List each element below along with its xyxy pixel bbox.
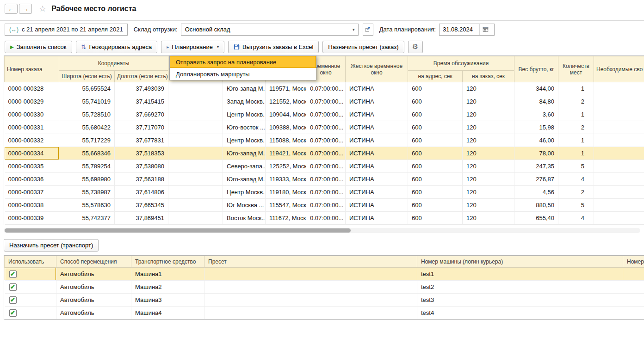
order-row[interactable]: 0000-000338 55,578630 37,665345 Юг Москв… bbox=[5, 199, 644, 212]
cell-places[interactable]: 1 bbox=[558, 108, 594, 121]
cell-use[interactable]: ✔ bbox=[5, 268, 56, 281]
cell-order-no[interactable]: 0000-000330 bbox=[5, 108, 59, 121]
cell-required-props[interactable] bbox=[594, 134, 644, 147]
period-field[interactable]: (↔) с 21 апреля 2021 по 21 апреля 2021 bbox=[5, 24, 128, 36]
cell-hard-window[interactable]: ИСТИНА bbox=[346, 147, 408, 160]
cell-required-props[interactable] bbox=[594, 147, 644, 160]
cell-required-props[interactable] bbox=[594, 199, 644, 212]
cell-car-number-login[interactable]: test3 bbox=[417, 294, 623, 307]
use-checkbox[interactable]: ✔ bbox=[9, 296, 17, 304]
cell-hard-window[interactable]: ИСТИНА bbox=[346, 95, 408, 108]
cell-places[interactable]: 2 bbox=[558, 186, 594, 199]
cell-required-props[interactable] bbox=[594, 95, 644, 108]
cell-order-no[interactable]: 0000-000334 bbox=[5, 147, 59, 160]
cell-places[interactable]: 5 bbox=[558, 199, 594, 212]
cell-move-method[interactable]: Автомобиль bbox=[56, 268, 131, 281]
col-move-method[interactable]: Способ перемещения bbox=[56, 256, 131, 268]
cell-latitude[interactable]: 55,655524 bbox=[59, 82, 115, 95]
export-excel-button[interactable]: Выгрузить заказы в Excel bbox=[228, 41, 319, 53]
cell-car-number-login[interactable]: test4 bbox=[417, 307, 623, 319]
cell-hidden[interactable] bbox=[168, 199, 223, 212]
cell-car-number-login[interactable]: test2 bbox=[417, 281, 623, 294]
cell-move-method[interactable]: Автомобиль bbox=[56, 307, 131, 319]
cell-address[interactable]: 119421, Москв... bbox=[266, 147, 306, 160]
cell-order-no[interactable]: 0000-000329 bbox=[5, 95, 59, 108]
cell-weight[interactable]: 880,50 bbox=[514, 199, 558, 212]
cell-weight[interactable]: 4,56 bbox=[514, 186, 558, 199]
cell-address[interactable]: 119180, Москв... bbox=[266, 186, 306, 199]
cell-per-order[interactable]: 120 bbox=[463, 95, 514, 108]
col-longitude[interactable]: Долгота (если есть) bbox=[115, 71, 168, 82]
warehouse-input[interactable] bbox=[181, 26, 349, 33]
cell-time-window[interactable]: 0.07:00:00... bbox=[306, 212, 346, 225]
cell-hidden[interactable] bbox=[168, 95, 223, 108]
cell-required-props[interactable] bbox=[594, 212, 644, 225]
cell-hidden[interactable] bbox=[168, 82, 223, 95]
cell-hidden[interactable] bbox=[168, 186, 223, 199]
cell-latitude[interactable]: 55,680422 bbox=[59, 121, 115, 134]
settings-button[interactable]: ⚙ bbox=[408, 41, 423, 53]
transport-row[interactable]: ✔ Автомобиль Машина4 test4 bbox=[5, 307, 644, 319]
cell-order-no[interactable]: 0000-000337 bbox=[5, 186, 59, 199]
cell-time-window[interactable]: 0.07:00:00... bbox=[306, 173, 346, 186]
cell-places[interactable]: 5 bbox=[558, 160, 594, 173]
col-service-time[interactable]: Время обслуживания bbox=[408, 56, 514, 71]
cell-longitude[interactable]: 37,677831 bbox=[115, 134, 168, 147]
horizontal-scrollbar[interactable] bbox=[4, 228, 640, 233]
cell-address[interactable]: 125252, Москв... bbox=[266, 160, 306, 173]
cell-time-window[interactable]: 0.07:00:00... bbox=[306, 147, 346, 160]
cell-per-order[interactable]: 120 bbox=[463, 147, 514, 160]
planning-date-field[interactable] bbox=[439, 24, 495, 36]
warehouse-combo[interactable]: ▾ bbox=[181, 24, 359, 36]
col-places[interactable]: Количеств мест bbox=[558, 56, 594, 82]
cell-hidden[interactable] bbox=[168, 121, 223, 134]
cell-per-order[interactable]: 120 bbox=[463, 134, 514, 147]
cell-required-props[interactable] bbox=[594, 173, 644, 186]
cell-order-no[interactable]: 0000-000336 bbox=[5, 173, 59, 186]
cell-latitude[interactable]: 55,578630 bbox=[59, 199, 115, 212]
col-number[interactable]: Номер bbox=[623, 256, 644, 268]
cell-order-no[interactable]: 0000-000328 bbox=[5, 82, 59, 95]
cell-per-address[interactable]: 600 bbox=[408, 147, 463, 160]
cell-preset[interactable] bbox=[204, 268, 417, 281]
cell-time-window[interactable]: 0.07:00:00... bbox=[306, 199, 346, 212]
order-row-selected[interactable]: 0000-000334 55,668346 37,518353 Юго-запа… bbox=[5, 147, 644, 160]
cell-hard-window[interactable]: ИСТИНА bbox=[346, 108, 408, 121]
cell-number[interactable] bbox=[623, 268, 644, 281]
cell-per-order[interactable]: 120 bbox=[463, 160, 514, 173]
cell-move-method[interactable]: Автомобиль bbox=[56, 294, 131, 307]
cell-latitude[interactable]: 55,741019 bbox=[59, 95, 115, 108]
menu-item-replan-routes[interactable]: Допланировать маршруты bbox=[170, 68, 316, 80]
cell-zone[interactable]: Восток Моск... bbox=[223, 212, 266, 225]
cell-vehicle[interactable]: Машина3 bbox=[131, 294, 204, 307]
cell-per-order[interactable]: 120 bbox=[463, 108, 514, 121]
cell-longitude[interactable]: 37,614806 bbox=[115, 186, 168, 199]
menu-item-send-planning-request[interactable]: Отправить запрос на планирование bbox=[170, 56, 316, 68]
cell-address[interactable]: 119571, Москв... bbox=[266, 82, 306, 95]
cell-per-address[interactable]: 600 bbox=[408, 82, 463, 95]
cell-required-props[interactable] bbox=[594, 121, 644, 134]
transport-row-selected[interactable]: ✔ Автомобиль Машина1 test1 bbox=[5, 268, 644, 281]
cell-hidden[interactable] bbox=[168, 173, 223, 186]
cell-per-order[interactable]: 120 bbox=[463, 121, 514, 134]
cell-use[interactable]: ✔ bbox=[5, 294, 56, 307]
back-button[interactable]: ← bbox=[5, 4, 18, 14]
cell-hard-window[interactable]: ИСТИНА bbox=[346, 160, 408, 173]
cell-per-address[interactable]: 600 bbox=[408, 160, 463, 173]
cell-hard-window[interactable]: ИСТИНА bbox=[346, 173, 408, 186]
cell-time-window[interactable]: 0.07:00:00... bbox=[306, 82, 346, 95]
cell-zone[interactable]: Центр Москв... bbox=[223, 108, 266, 121]
cell-time-window[interactable]: 0.07:00:00... bbox=[306, 121, 346, 134]
cell-places[interactable]: 4 bbox=[558, 212, 594, 225]
cell-zone[interactable]: Северо-запа... bbox=[223, 160, 266, 173]
cell-address[interactable]: 119333, Москв... bbox=[266, 173, 306, 186]
cell-places[interactable]: 1 bbox=[558, 147, 594, 160]
cell-hard-window[interactable]: ИСТИНА bbox=[346, 186, 408, 199]
cell-longitude[interactable]: 37,669270 bbox=[115, 108, 168, 121]
cell-address[interactable]: 111672, Москв... bbox=[266, 212, 306, 225]
cell-zone[interactable]: Запад Москв... bbox=[223, 95, 266, 108]
cell-weight[interactable]: 15,98 bbox=[514, 121, 558, 134]
cell-hidden[interactable] bbox=[168, 147, 223, 160]
cell-places[interactable]: 2 bbox=[558, 95, 594, 108]
calendar-button[interactable] bbox=[479, 24, 491, 35]
